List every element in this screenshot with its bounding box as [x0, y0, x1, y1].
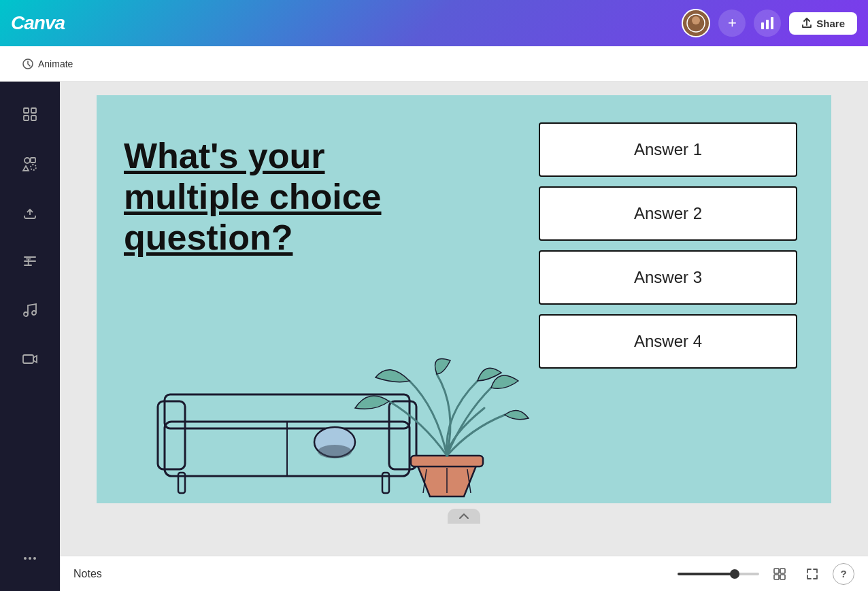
- svg-point-0: [692, 16, 700, 24]
- animate-button[interactable]: Animate: [14, 54, 81, 74]
- scroll-up-indicator[interactable]: [448, 509, 480, 524]
- help-button[interactable]: ?: [833, 563, 854, 585]
- svg-rect-16: [23, 355, 33, 363]
- answer-1[interactable]: Answer 1: [539, 122, 797, 177]
- sidebar-item-audio[interactable]: [8, 288, 52, 332]
- sidebar-item-video[interactable]: [8, 337, 52, 381]
- svg-rect-29: [411, 456, 483, 467]
- animate-label: Animate: [38, 58, 73, 69]
- header: Canva + Share: [0, 0, 868, 46]
- add-button[interactable]: +: [718, 10, 746, 37]
- furniture-illustration: [151, 299, 532, 503]
- sidebar-item-elements[interactable]: [8, 141, 52, 185]
- share-button[interactable]: Share: [789, 12, 857, 35]
- svg-point-15: [32, 311, 36, 315]
- svg-point-14: [24, 312, 28, 316]
- analytics-button[interactable]: [754, 10, 781, 37]
- user-avatar[interactable]: [682, 9, 710, 37]
- zoom-thumb[interactable]: [730, 569, 739, 579]
- svg-rect-7: [24, 108, 29, 113]
- sidebar: T: [0, 82, 60, 591]
- svg-rect-33: [774, 569, 779, 573]
- svg-point-11: [24, 158, 30, 163]
- main-layout: T: [0, 82, 868, 591]
- svg-rect-34: [780, 569, 785, 573]
- svg-rect-8: [31, 108, 36, 113]
- svg-rect-10: [31, 116, 36, 120]
- sidebar-item-text[interactable]: T: [8, 239, 52, 283]
- answer-4[interactable]: Answer 4: [539, 314, 797, 369]
- sidebar-item-upload[interactable]: [8, 190, 52, 234]
- bottom-bar: Notes ?: [60, 556, 868, 591]
- svg-rect-3: [761, 22, 764, 29]
- slide[interactable]: What's your multiple choice question? An…: [97, 95, 831, 503]
- canva-logo[interactable]: Canva: [11, 12, 338, 34]
- svg-point-28: [318, 445, 352, 458]
- svg-rect-12: [31, 158, 35, 163]
- svg-rect-9: [24, 116, 29, 120]
- svg-rect-22: [158, 401, 185, 469]
- svg-rect-5: [771, 17, 773, 29]
- answer-3[interactable]: Answer 3: [539, 250, 797, 305]
- question-text[interactable]: What's your multiple choice question?: [124, 136, 382, 258]
- share-label: Share: [816, 18, 845, 29]
- svg-rect-35: [774, 575, 779, 579]
- svg-point-17: [24, 557, 27, 560]
- answers-container: Answer 1 Answer 2 Answer 3 Answer 4: [539, 122, 797, 369]
- zoom-slider[interactable]: [678, 573, 759, 575]
- svg-rect-36: [780, 575, 785, 579]
- canvas-area: What's your multiple choice question? An…: [60, 82, 868, 591]
- svg-point-18: [29, 557, 31, 560]
- svg-point-19: [33, 557, 36, 560]
- expand-button[interactable]: [800, 562, 824, 586]
- svg-text:T: T: [26, 257, 31, 267]
- notes-label[interactable]: Notes: [73, 568, 102, 580]
- grid-view-button[interactable]: [767, 562, 792, 586]
- sidebar-item-more[interactable]: [8, 537, 52, 580]
- sidebar-item-templates[interactable]: [8, 92, 52, 136]
- answer-2[interactable]: Answer 2: [539, 186, 797, 241]
- toolbar: Animate: [0, 46, 868, 82]
- svg-rect-4: [766, 20, 769, 29]
- zoom-slider-container: [678, 573, 759, 575]
